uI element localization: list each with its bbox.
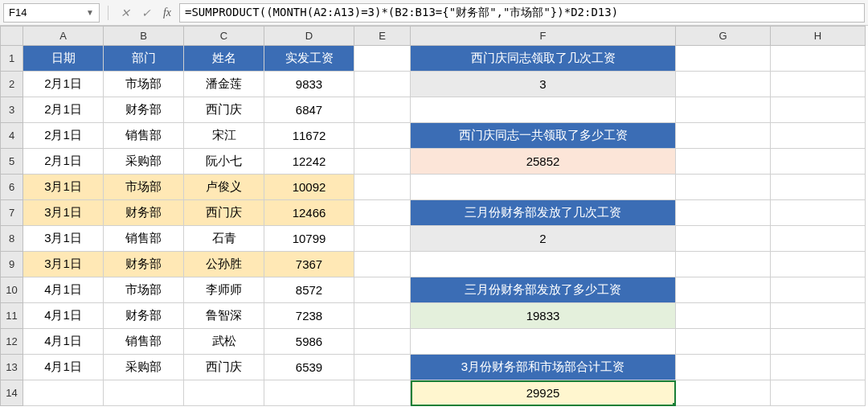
select-all-corner[interactable] [1,27,23,46]
cell[interactable] [354,123,411,149]
answer-cell[interactable]: 19833 [411,303,676,329]
cell[interactable] [771,380,866,406]
cell[interactable] [771,149,866,175]
cell[interactable] [411,329,676,355]
cell[interactable]: 宋江 [184,123,264,149]
cell[interactable] [676,46,771,72]
column-header[interactable]: G [676,27,771,46]
cell[interactable] [411,97,676,123]
enter-icon[interactable]: ✓ [137,4,155,22]
cell[interactable] [771,200,866,226]
cell[interactable] [771,226,866,252]
cell[interactable] [184,380,264,406]
row-header[interactable]: 8 [1,226,23,252]
cell[interactable] [676,200,771,226]
cell[interactable] [676,72,771,97]
cell[interactable] [354,303,411,329]
cell[interactable] [676,355,771,380]
question-label[interactable]: 西门庆同志一共领取了多少工资 [411,123,676,149]
cell[interactable] [771,329,866,355]
cell[interactable] [676,123,771,149]
cell[interactable] [771,303,866,329]
cell[interactable]: 2月1日 [23,72,104,97]
cell[interactable] [676,380,771,406]
cell[interactable] [354,277,411,303]
cancel-icon[interactable]: ✕ [117,4,134,22]
column-header[interactable]: B [104,27,184,46]
cell[interactable]: 6539 [264,355,354,380]
row-header[interactable]: 13 [1,355,23,380]
cell[interactable]: 西门庆 [184,355,264,380]
cell[interactable]: 3月1日 [23,200,104,226]
cell[interactable] [676,175,771,200]
cell[interactable] [676,226,771,252]
name-box[interactable]: F14 ▼ [3,3,100,23]
cell[interactable] [771,72,866,97]
cell[interactable]: 李师师 [184,277,264,303]
cell[interactable] [354,226,411,252]
row-header[interactable]: 11 [1,303,23,329]
cell[interactable] [771,355,866,380]
answer-cell[interactable]: 3 [411,72,676,97]
column-header[interactable]: H [771,27,866,46]
cell[interactable]: 财务部 [104,97,184,123]
column-header[interactable]: C [184,27,264,46]
cell[interactable] [771,277,866,303]
cell[interactable]: 财务部 [104,303,184,329]
cell[interactable]: 4月1日 [23,329,104,355]
column-header[interactable]: D [264,27,354,46]
cell[interactable]: 销售部 [104,329,184,355]
cell[interactable] [354,355,411,380]
cell[interactable]: 12466 [264,200,354,226]
cell[interactable] [411,175,676,200]
row-header[interactable]: 3 [1,97,23,123]
header-name[interactable]: 姓名 [184,46,264,72]
insert-function-icon[interactable]: fx [158,4,176,22]
cell[interactable]: 11672 [264,123,354,149]
cell[interactable]: 8572 [264,277,354,303]
cell[interactable]: 2月1日 [23,149,104,175]
row-header[interactable]: 10 [1,277,23,303]
cell[interactable]: 3月1日 [23,252,104,277]
cell[interactable]: 财务部 [104,200,184,226]
cell[interactable]: 4月1日 [23,303,104,329]
cell[interactable] [354,149,411,175]
cell[interactable]: 销售部 [104,226,184,252]
cell[interactable] [354,46,411,72]
cell[interactable]: 财务部 [104,252,184,277]
cell[interactable]: 10799 [264,226,354,252]
cell[interactable]: 7238 [264,303,354,329]
active-cell[interactable]: 29925 [411,380,676,406]
cell[interactable]: 4月1日 [23,277,104,303]
formula-input[interactable]: =SUMPRODUCT((MONTH(A2:A13)=3)*(B2:B13={"… [179,3,865,23]
row-header[interactable]: 5 [1,149,23,175]
cell[interactable]: 阮小七 [184,149,264,175]
cell[interactable]: 采购部 [104,149,184,175]
cell[interactable]: 市场部 [104,175,184,200]
cell[interactable]: 市场部 [104,277,184,303]
cell[interactable] [23,380,104,406]
cell[interactable] [771,175,866,200]
column-header[interactable]: E [354,27,411,46]
cell[interactable]: 市场部 [104,72,184,97]
row-header[interactable]: 4 [1,123,23,149]
cell[interactable]: 采购部 [104,355,184,380]
cell[interactable] [676,149,771,175]
cell[interactable] [676,277,771,303]
cell[interactable]: 鲁智深 [184,303,264,329]
answer-cell[interactable]: 2 [411,226,676,252]
cell[interactable] [676,252,771,277]
cell[interactable] [771,252,866,277]
cell[interactable]: 3月1日 [23,175,104,200]
row-header[interactable]: 14 [1,380,23,406]
cell[interactable]: 西门庆 [184,97,264,123]
header-salary[interactable]: 实发工资 [264,46,354,72]
row-header[interactable]: 12 [1,329,23,355]
cell[interactable]: 石青 [184,226,264,252]
chevron-down-icon[interactable]: ▼ [86,8,94,17]
cell[interactable] [771,46,866,72]
cell[interactable]: 6847 [264,97,354,123]
cell[interactable]: 潘金莲 [184,72,264,97]
cell[interactable] [771,123,866,149]
cell[interactable] [676,97,771,123]
